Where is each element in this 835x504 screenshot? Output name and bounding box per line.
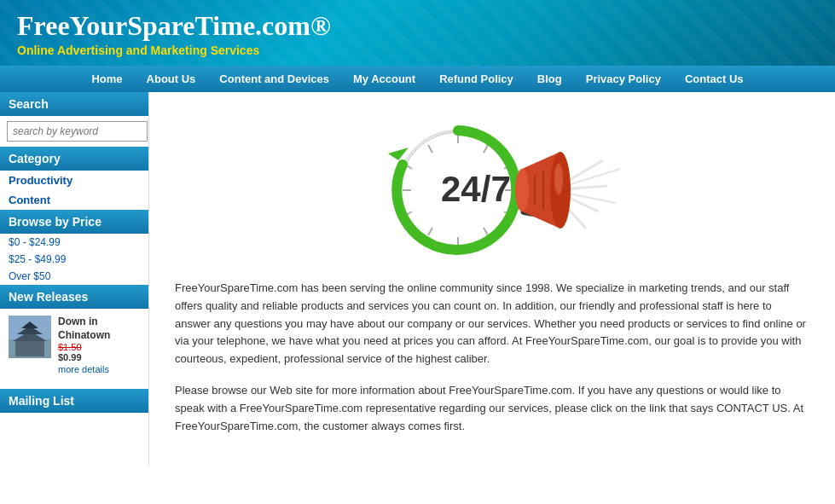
search-section-header: Search (0, 92, 148, 116)
about-paragraph-2: Please browse our Web site for more info… (175, 382, 809, 435)
svg-rect-3 (15, 341, 44, 356)
site-header: FreeYourSpareTime.com® Online Advertisin… (0, 0, 835, 66)
mailing-list-header: Mailing List (0, 389, 148, 413)
hero-graphic: 24/7 (175, 109, 809, 280)
new-release-new-price: $0.99 (58, 352, 140, 362)
price-high[interactable]: Over $50 (0, 268, 148, 285)
svg-marker-27 (388, 148, 409, 160)
svg-text:24/7: 24/7 (441, 169, 511, 209)
nav-about[interactable]: About Us (135, 66, 208, 92)
nav-contact[interactable]: Contact Us (673, 66, 756, 92)
search-input[interactable] (7, 121, 148, 142)
svg-point-33 (554, 164, 563, 194)
search-box: GO (0, 116, 148, 147)
category-section-header: Category (0, 147, 148, 171)
price-low[interactable]: $0 - $24.99 (0, 234, 148, 251)
nav-account[interactable]: My Account (341, 66, 427, 92)
new-release-thumbnail (9, 316, 51, 358)
sidebar: Search GO Category Productivity Content … (0, 92, 149, 466)
page-layout: Search GO Category Productivity Content … (0, 92, 835, 466)
main-nav: Home About Us Content and Devices My Acc… (0, 66, 835, 92)
nav-refund[interactable]: Refund Policy (427, 66, 525, 92)
new-release-old-price: $1.50 (58, 342, 140, 352)
main-content: 24/7 FreeYourSpareTime.com has been serv… (149, 92, 835, 466)
category-productivity[interactable]: Productivity (0, 171, 148, 190)
hero-svg: 24/7 (356, 109, 629, 271)
svg-point-32 (515, 169, 529, 211)
new-release-more-link[interactable]: more details (58, 364, 109, 374)
price-mid[interactable]: $25 - $49.99 (0, 251, 148, 268)
nav-content[interactable]: Content and Devices (207, 66, 341, 92)
nav-privacy[interactable]: Privacy Policy (574, 66, 673, 92)
nav-blog[interactable]: Blog (525, 66, 574, 92)
new-release-title: Down in Chinatown (58, 316, 140, 342)
about-paragraph-1: FreeYourSpareTime.com has been serving t… (175, 280, 809, 368)
nav-home[interactable]: Home (79, 66, 134, 92)
browse-price-header: Browse by Price (0, 210, 148, 234)
new-release-info: Down in Chinatown $1.50 $0.99 more detai… (58, 316, 140, 375)
site-title: FreeYourSpareTime.com® (17, 10, 818, 42)
new-release-item: Down in Chinatown $1.50 $0.99 more detai… (0, 309, 148, 382)
site-subtitle: Online Advertising and Marketing Service… (17, 43, 818, 57)
new-releases-header: New Releases (0, 285, 148, 309)
category-content[interactable]: Content (0, 190, 148, 210)
